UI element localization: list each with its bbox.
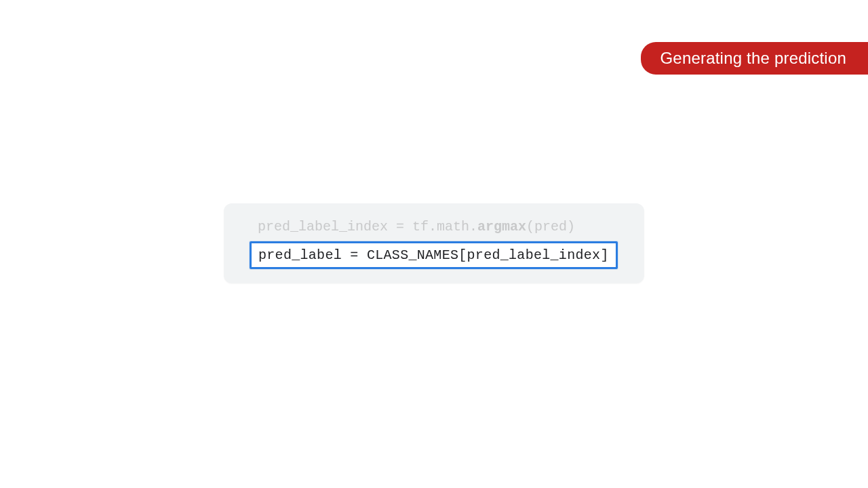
code-faded-prefix: pred_label_index = tf.math. [258,219,477,235]
code-faded-bold: argmax [477,219,526,235]
code-highlight-text: pred_label = CLASS_NAMES[pred_label_inde… [258,247,609,263]
code-highlight-box: pred_label = CLASS_NAMES[pred_label_inde… [250,241,618,269]
title-badge: Generating the prediction [641,42,868,75]
code-line-faded: pred_label_index = tf.math.argmax(pred) [258,217,627,237]
code-faded-suffix: (pred) [526,219,575,235]
